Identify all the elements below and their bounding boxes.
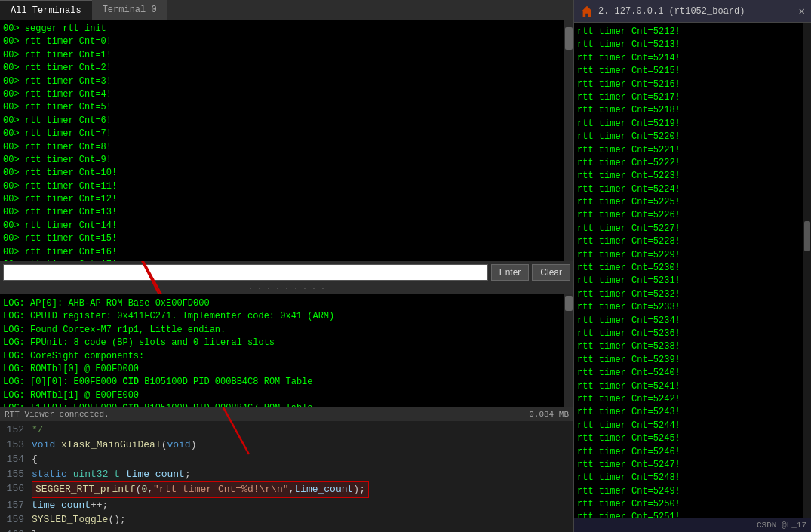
terminal-top-line: 00> rtt timer Cnt=15! (3, 232, 570, 245)
code-line: 152*/ (0, 423, 573, 438)
code-line: 155 static uint32_t time_count; (0, 467, 573, 482)
right-terminal-line: rtt timer Cnt=5251! (577, 511, 808, 518)
right-terminal-line: rtt timer Cnt=5239! (577, 354, 808, 367)
terminal-log-line: LOG: CPUID register: 0x411FC271. Impleme… (3, 310, 570, 323)
divider-dots: · · · · · · · · · (0, 284, 573, 294)
clear-button[interactable]: Clear (532, 264, 570, 281)
right-terminal-scrollbar-thumb[interactable] (804, 221, 810, 251)
enter-button[interactable]: Enter (491, 264, 530, 281)
right-terminal-line: rtt timer Cnt=5217! (577, 91, 808, 104)
right-terminal-line: rtt timer Cnt=5216! (577, 78, 808, 91)
line-code: time_count++; (32, 498, 108, 513)
terminal-log[interactable]: LOG: AP[0]: AHB-AP ROM Base 0xE00FD000LO… (0, 294, 573, 407)
terminal-log-line: LOG: [0][0]: E00FE000 CID B105100D PID 0… (3, 376, 570, 389)
right-terminal-line: rtt timer Cnt=5246! (577, 446, 808, 459)
line-code: static uint32_t time_count; (32, 467, 191, 482)
input-row: Enter Clear (0, 261, 573, 284)
right-terminal[interactable]: rtt timer Cnt=5212!rtt timer Cnt=5213!rt… (574, 23, 811, 518)
right-terminal-line: rtt timer Cnt=5236! (577, 328, 808, 340)
right-terminal-line: rtt timer Cnt=5234! (577, 315, 808, 328)
right-terminal-line: rtt timer Cnt=5215! (577, 65, 808, 78)
right-terminal-line: rtt timer Cnt=5222! (577, 157, 808, 170)
left-wrapper: All Terminals Terminal 0 00> segger rtt … (0, 0, 573, 532)
right-footer: CSDN @L_17 (574, 518, 811, 532)
line-number: 155 (0, 467, 32, 482)
code-line: 160} (0, 527, 573, 533)
line-number: 152 (0, 423, 32, 438)
terminal-top-line: 00> rtt timer Cnt=4! (3, 88, 570, 101)
terminal-top-line: 00> rtt timer Cnt=11! (3, 180, 570, 193)
right-terminal-line: rtt timer Cnt=5226! (577, 209, 808, 222)
right-panel: 2. 127.0.0.1 (rt1052_board) ✕ rtt timer … (573, 0, 811, 532)
terminal-input[interactable] (3, 264, 488, 281)
tab-all-terminals-label: All Terminals (11, 5, 81, 16)
terminal-top[interactable]: 00> segger rtt init00> rtt timer Cnt=0!0… (0, 20, 573, 261)
terminal-top-line: 00> rtt timer Cnt=3! (3, 75, 570, 88)
status-bar: RTT Viewer connected. 0.084 MB (0, 407, 573, 421)
terminal-top-line: 00> rtt timer Cnt=10! (3, 167, 570, 180)
close-button[interactable]: ✕ (799, 5, 805, 17)
terminal-log-scrollbar-thumb[interactable] (565, 296, 573, 311)
terminal-top-line: 00> rtt timer Cnt=2! (3, 62, 570, 75)
right-terminal-line: rtt timer Cnt=5225! (577, 196, 808, 209)
line-code: void xTask_MainGuiDeal(void) (32, 438, 197, 453)
line-number: 154 (0, 452, 32, 467)
line-code: */ (32, 423, 44, 438)
right-terminal-line: rtt timer Cnt=5228! (577, 235, 808, 248)
terminal-top-line: 00> rtt timer Cnt=1! (3, 49, 570, 62)
line-code: { (32, 452, 38, 467)
right-terminal-line: rtt timer Cnt=5212! (577, 26, 808, 38)
terminal-log-line: LOG: FPUnit: 8 code (BP) slots and 0 lit… (3, 337, 570, 349)
tab-terminal-0[interactable]: Terminal 0 (92, 0, 167, 20)
right-terminal-line: rtt timer Cnt=5220! (577, 131, 808, 143)
code-line: 159 SYSLED_Toggle(); (0, 512, 573, 527)
terminal-top-content: 00> segger rtt init00> rtt timer Cnt=0!0… (3, 23, 570, 261)
right-terminal-line: rtt timer Cnt=5243! (577, 406, 808, 419)
right-header: 2. 127.0.0.1 (rt1052_board) ✕ (574, 0, 811, 23)
left-panel: All Terminals Terminal 0 00> segger rtt … (0, 0, 573, 532)
line-number: 157 (0, 498, 32, 513)
terminal-top-line: 00> rtt timer Cnt=0! (3, 35, 570, 48)
terminal-top-line: 00> rtt timer Cnt=17! (3, 259, 570, 261)
tab-terminal-0-label: Terminal 0 (103, 5, 157, 15)
line-code: } (32, 527, 38, 533)
right-terminal-line: rtt timer Cnt=5244! (577, 420, 808, 432)
right-terminal-line: rtt timer Cnt=5240! (577, 367, 808, 380)
clear-label: Clear (540, 267, 562, 278)
code-line: 153void xTask_MainGuiDeal(void) (0, 438, 573, 453)
right-terminal-line: rtt timer Cnt=5230! (577, 262, 808, 275)
right-terminal-content: rtt timer Cnt=5212!rtt timer Cnt=5213!rt… (577, 26, 808, 518)
terminal-top-line: 00> rtt timer Cnt=16! (3, 246, 570, 259)
terminal-top-line: 00> rtt timer Cnt=9! (3, 154, 570, 167)
svg-marker-3 (582, 5, 592, 16)
terminal-top-scrollbar[interactable] (564, 20, 573, 261)
right-terminal-line: rtt timer Cnt=5245! (577, 432, 808, 445)
code-editor-content: 152*/153void xTask_MainGuiDeal(void)154{… (0, 423, 573, 532)
terminal-top-line: 00> rtt timer Cnt=13! (3, 206, 570, 219)
terminal-top-scrollbar-thumb[interactable] (565, 27, 573, 50)
line-number: 160 (0, 527, 32, 533)
code-line: 154{ (0, 452, 573, 467)
tab-bar: All Terminals Terminal 0 (0, 0, 573, 20)
right-footer-label: CSDN @L_17 (757, 521, 806, 530)
terminal-top-line: 00> segger rtt init (3, 23, 570, 35)
code-line: 157 time_count++; (0, 498, 573, 513)
right-terminal-line: rtt timer Cnt=5219! (577, 118, 808, 131)
line-code: SYSLED_Toggle(); (32, 512, 126, 527)
terminal-top-line: 00> rtt timer Cnt=8! (3, 141, 570, 154)
status-right: 0.084 MB (529, 410, 569, 419)
tab-all-terminals[interactable]: All Terminals (0, 0, 92, 20)
terminal-log-line: LOG: Found Cortex-M7 r1p1, Little endian… (3, 324, 570, 337)
terminal-log-scrollbar[interactable] (564, 294, 573, 407)
right-terminal-line: rtt timer Cnt=5242! (577, 393, 808, 406)
right-terminal-line: rtt timer Cnt=5218! (577, 104, 808, 117)
right-terminal-line: rtt timer Cnt=5232! (577, 288, 808, 301)
right-terminal-line: rtt timer Cnt=5224! (577, 183, 808, 196)
terminal-log-line: LOG: AP[0]: AHB-AP ROM Base 0xE00FD000 (3, 297, 570, 310)
right-terminal-line: rtt timer Cnt=5229! (577, 249, 808, 262)
right-terminal-scrollbar[interactable] (803, 23, 811, 518)
terminal-log-line: LOG: CoreSight components: (3, 350, 570, 363)
house-icon (580, 5, 594, 18)
right-terminal-line: rtt timer Cnt=5221! (577, 144, 808, 157)
line-number: 156 (0, 481, 32, 498)
